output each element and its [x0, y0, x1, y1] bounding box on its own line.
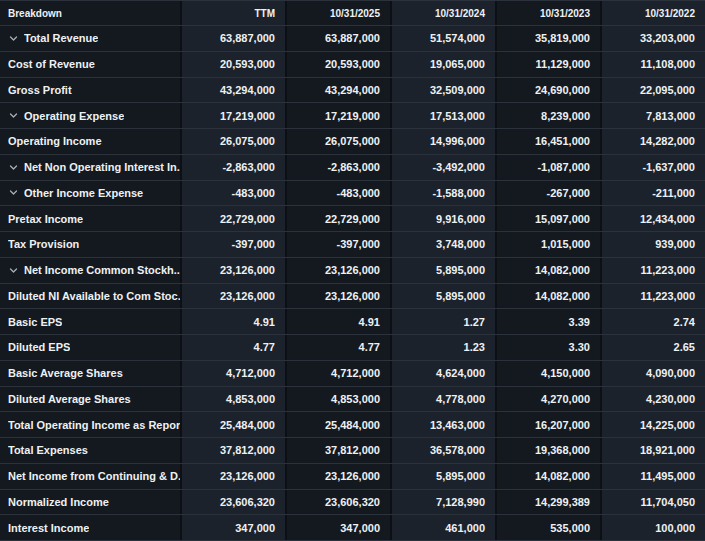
row-label-cell: Total Expenses — [0, 438, 180, 463]
cell-2024: 5,895,000 — [390, 258, 495, 283]
column-header-2025[interactable]: 10/31/2025 — [285, 1, 390, 25]
cell-2025: -2,863,000 — [285, 155, 390, 180]
cell-2025: 4.91 — [285, 309, 390, 334]
column-header-breakdown[interactable]: Breakdown — [0, 1, 180, 25]
cell-2022: 11,223,000 — [600, 258, 705, 283]
cell-2024: 51,574,000 — [390, 26, 495, 51]
row-label: Diluted EPS — [8, 341, 70, 353]
chevron-down-icon[interactable] — [8, 33, 18, 43]
chevron-down-icon[interactable] — [8, 162, 18, 172]
table-row[interactable]: Total Operating Income as Repor... 25,48… — [0, 412, 705, 438]
table-row[interactable]: Interest Income 347,000 347,000 461,000 … — [0, 515, 705, 540]
cell-ttm: 23,126,000 — [180, 464, 285, 489]
cell-ttm: 17,219,000 — [180, 103, 285, 128]
cell-2025: 22,729,000 — [285, 206, 390, 231]
table-row[interactable]: Tax Provision -397,000 -397,000 3,748,00… — [0, 232, 705, 258]
row-label-cell: Basic Average Shares — [0, 361, 180, 386]
cell-2023: 8,239,000 — [495, 103, 600, 128]
column-header-2024[interactable]: 10/31/2024 — [390, 1, 495, 25]
cell-2024: 4,778,000 — [390, 387, 495, 412]
cell-2022: 14,282,000 — [600, 129, 705, 154]
cell-ttm: 26,075,000 — [180, 129, 285, 154]
cell-2025: 26,075,000 — [285, 129, 390, 154]
cell-2024: 17,513,000 — [390, 103, 495, 128]
cell-2023: 16,451,000 — [495, 129, 600, 154]
cell-2025: 23,126,000 — [285, 464, 390, 489]
row-label: Net Income Common Stockh... — [24, 264, 180, 276]
cell-2024: 4,624,000 — [390, 361, 495, 386]
cell-2023: 14,082,000 — [495, 464, 600, 489]
table-row[interactable]: Pretax Income 22,729,000 22,729,000 9,91… — [0, 206, 705, 232]
cell-ttm: 4,712,000 — [180, 361, 285, 386]
row-label-cell: Net Income from Continuing & D... — [0, 464, 180, 489]
cell-2023: 3.30 — [495, 335, 600, 360]
cell-2023: 16,207,000 — [495, 412, 600, 437]
cell-2024: -1,588,000 — [390, 181, 495, 206]
cell-2024: 19,065,000 — [390, 52, 495, 77]
table-row[interactable]: Net Income Common Stockh... 23,126,000 2… — [0, 258, 705, 284]
row-label: Operating Expense — [24, 110, 124, 122]
cell-ttm: 63,887,000 — [180, 26, 285, 51]
row-label-cell: Diluted NI Available to Com Stoc... — [0, 284, 180, 309]
table-row[interactable]: Diluted Average Shares 4,853,000 4,853,0… — [0, 387, 705, 413]
row-label: Gross Profit — [8, 84, 72, 96]
cell-2023: 14,082,000 — [495, 284, 600, 309]
cell-2023: 3.39 — [495, 309, 600, 334]
cell-2022: 939,000 — [600, 232, 705, 257]
chevron-down-icon[interactable] — [8, 188, 18, 198]
cell-2022: 100,000 — [600, 515, 705, 540]
table-row[interactable]: Gross Profit 43,294,000 43,294,000 32,50… — [0, 78, 705, 104]
cell-2025: 23,606,320 — [285, 490, 390, 515]
column-header-2023[interactable]: 10/31/2023 — [495, 1, 600, 25]
table-row[interactable]: Diluted EPS 4.77 4.77 1.23 3.30 2.65 — [0, 335, 705, 361]
table-row[interactable]: Net Non Operating Interest In... -2,863,… — [0, 155, 705, 181]
table-row[interactable]: Basic Average Shares 4,712,000 4,712,000… — [0, 361, 705, 387]
cell-2024: 5,895,000 — [390, 284, 495, 309]
row-label: Net Income from Continuing & D... — [8, 470, 180, 482]
cell-2024: 36,578,000 — [390, 438, 495, 463]
table-row[interactable]: Operating Income 26,075,000 26,075,000 1… — [0, 129, 705, 155]
column-header-2022[interactable]: 10/31/2022 — [600, 1, 705, 25]
table-row[interactable]: Operating Expense 17,219,000 17,219,000 … — [0, 103, 705, 129]
cell-2022: 4,230,000 — [600, 387, 705, 412]
row-label: Total Operating Income as Repor... — [8, 419, 180, 431]
cell-2024: 32,509,000 — [390, 78, 495, 103]
table-row[interactable]: Basic EPS 4.91 4.91 1.27 3.39 2.74 — [0, 309, 705, 335]
cell-ttm: -397,000 — [180, 232, 285, 257]
table-header-row: Breakdown TTM 10/31/2025 10/31/2024 10/3… — [0, 1, 705, 26]
row-label: Net Non Operating Interest In... — [24, 161, 180, 173]
row-label-cell: Total Revenue — [0, 26, 180, 51]
cell-2023: 35,819,000 — [495, 26, 600, 51]
cell-ttm: 4,853,000 — [180, 387, 285, 412]
table-row[interactable]: Total Revenue 63,887,000 63,887,000 51,5… — [0, 26, 705, 52]
row-label-cell: Diluted EPS — [0, 335, 180, 360]
table-row[interactable]: Diluted NI Available to Com Stoc... 23,1… — [0, 284, 705, 310]
chevron-down-icon[interactable] — [8, 111, 18, 121]
cell-2022: -211,000 — [600, 181, 705, 206]
cell-2023: -267,000 — [495, 181, 600, 206]
cell-ttm: 347,000 — [180, 515, 285, 540]
table-row[interactable]: Net Income from Continuing & D... 23,126… — [0, 464, 705, 490]
row-label-cell: Diluted Average Shares — [0, 387, 180, 412]
table-row[interactable]: Normalized Income 23,606,320 23,606,320 … — [0, 490, 705, 516]
cell-2022: 11,223,000 — [600, 284, 705, 309]
cell-2023: 535,000 — [495, 515, 600, 540]
chevron-down-icon[interactable] — [8, 265, 18, 275]
cell-2023: 14,299,389 — [495, 490, 600, 515]
row-label: Other Income Expense — [24, 187, 143, 199]
row-label-cell: Pretax Income — [0, 206, 180, 231]
table-row[interactable]: Total Expenses 37,812,000 37,812,000 36,… — [0, 438, 705, 464]
table-row[interactable]: Cost of Revenue 20,593,000 20,593,000 19… — [0, 52, 705, 78]
cell-2025: -483,000 — [285, 181, 390, 206]
cell-2022: 14,225,000 — [600, 412, 705, 437]
row-label-cell: Total Operating Income as Repor... — [0, 412, 180, 437]
cell-2025: -397,000 — [285, 232, 390, 257]
table-row[interactable]: Other Income Expense -483,000 -483,000 -… — [0, 181, 705, 207]
cell-2023: -1,087,000 — [495, 155, 600, 180]
row-label: Pretax Income — [8, 213, 83, 225]
cell-2024: 14,996,000 — [390, 129, 495, 154]
cell-2024: 9,916,000 — [390, 206, 495, 231]
cell-2025: 17,219,000 — [285, 103, 390, 128]
cell-ttm: 22,729,000 — [180, 206, 285, 231]
column-header-ttm[interactable]: TTM — [180, 1, 285, 25]
